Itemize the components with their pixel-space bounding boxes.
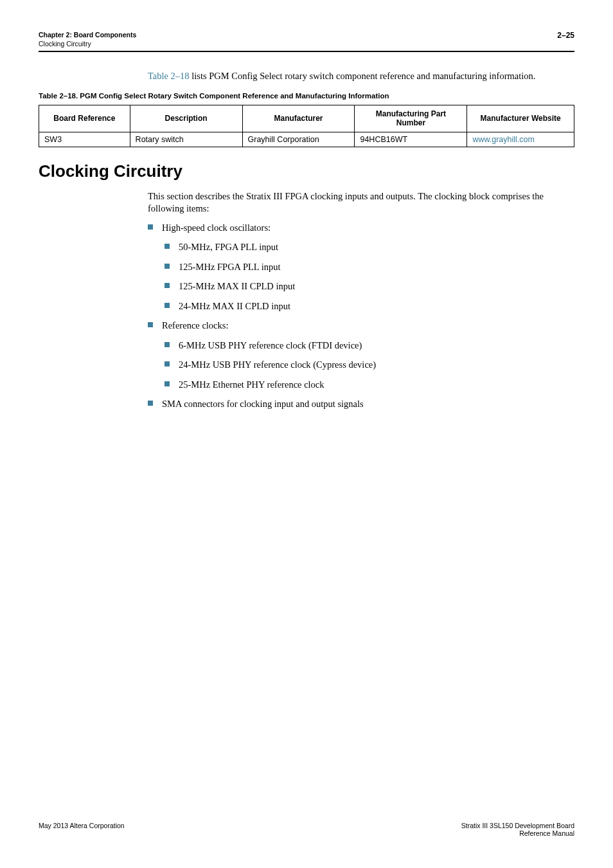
section-intro: This section describes the Stratix III F… — [148, 190, 574, 215]
page-number: 2–25 — [557, 31, 574, 40]
list-item: 125-MHz FPGA PLL input — [164, 260, 574, 274]
list-item: 125-MHz MAX II CPLD input — [164, 279, 574, 293]
intro-paragraph: Table 2–18 lists PGM Config Select rotar… — [148, 70, 574, 83]
section-heading: Clocking Circuitry — [39, 161, 574, 181]
th-part-number: Manufacturing Part Number — [355, 105, 467, 132]
footer-right: Stratix III 3SL150 Development Board Ref… — [461, 822, 574, 837]
list-item: High-speed clock oscillators: 50-MHz, FP… — [148, 221, 574, 313]
list-item: SMA connectors for clocking input and ou… — [148, 397, 574, 411]
bullet-text: High-speed clock oscillators: — [162, 222, 271, 233]
th-manufacturer: Manufacturer — [242, 105, 355, 132]
chapter-title: Chapter 2: Board Components — [39, 31, 136, 40]
th-description: Description — [130, 105, 242, 132]
table-caption: Table 2–18. PGM Config Select Rotary Swi… — [39, 92, 574, 100]
th-board-ref: Board Reference — [39, 105, 130, 132]
list-item: 6-MHz USB PHY reference clock (FTDI devi… — [164, 338, 574, 352]
sub-bullet-list: 50-MHz, FPGA PLL input 125-MHz FPGA PLL … — [164, 240, 574, 313]
list-item: 50-MHz, FPGA PLL input — [164, 240, 574, 254]
page-header: Chapter 2: Board Components Clocking Cir… — [39, 31, 574, 52]
footer-doc-subtitle: Reference Manual — [461, 829, 574, 837]
table-row: SW3 Rotary switch Grayhill Corporation 9… — [39, 132, 574, 147]
table-ref-link[interactable]: Table 2–18 — [148, 71, 190, 81]
component-table: Board Reference Description Manufacturer… — [39, 105, 574, 147]
bullet-list: High-speed clock oscillators: 50-MHz, FP… — [148, 221, 574, 411]
chapter-subsection: Clocking Circuitry — [39, 40, 136, 49]
list-item: 24-MHz USB PHY reference clock (Cypress … — [164, 357, 574, 372]
page-header-left: Chapter 2: Board Components Clocking Cir… — [39, 31, 136, 48]
cell-board-ref: SW3 — [39, 132, 130, 147]
footer-doc-title: Stratix III 3SL150 Development Board — [461, 822, 574, 829]
cell-part-number: 94HCB16WT — [355, 132, 467, 147]
page-footer: May 2013 Altera Corporation Stratix III … — [39, 822, 574, 837]
sub-bullet-list: 6-MHz USB PHY reference clock (FTDI devi… — [164, 338, 574, 392]
bullet-text: Reference clocks: — [162, 320, 228, 330]
list-item: 24-MHz MAX II CPLD input — [164, 299, 574, 313]
cell-manufacturer: Grayhill Corporation — [242, 132, 355, 147]
footer-left: May 2013 Altera Corporation — [39, 822, 125, 837]
intro-text: lists PGM Config Select rotary switch co… — [190, 71, 536, 81]
th-website: Manufacturer Website — [467, 105, 574, 132]
list-item: 25-MHz Ethernet PHY reference clock — [164, 377, 574, 392]
cell-website-link[interactable]: www.grayhill.com — [467, 132, 574, 147]
table-header-row: Board Reference Description Manufacturer… — [39, 105, 574, 132]
list-item: Reference clocks: 6-MHz USB PHY referenc… — [148, 318, 574, 392]
cell-description: Rotary switch — [130, 132, 242, 147]
